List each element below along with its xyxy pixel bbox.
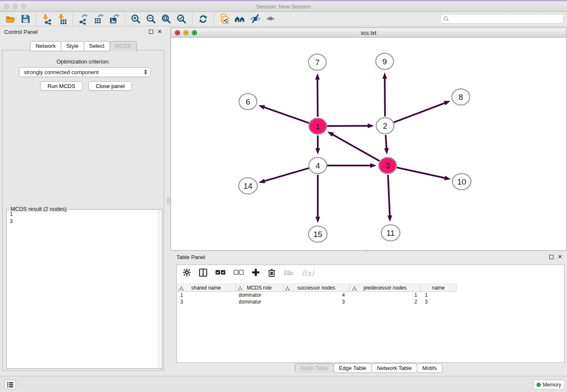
float-panel-icon[interactable] <box>149 30 153 34</box>
network-graph[interactable]: 7968124314101511 <box>171 38 566 250</box>
graph-edge-4-14[interactable] <box>264 168 308 181</box>
add-column-button[interactable] <box>252 268 260 278</box>
control-panel: Control Panel ✕ NetworkStyleSelectMCDS O… <box>0 26 166 376</box>
duplicate-network-button[interactable] <box>217 13 232 25</box>
graph-edge-1-2[interactable] <box>327 126 369 126</box>
table-cell[interactable]: 1 <box>177 292 236 298</box>
graph-edge-1-6[interactable] <box>264 107 309 123</box>
table-settings-button[interactable] <box>183 268 191 278</box>
graph-edge-3-1[interactable] <box>332 134 380 161</box>
tab-node-table[interactable]: Node Table <box>295 363 334 373</box>
graph-edge-2-3[interactable] <box>385 135 386 149</box>
table-row[interactable]: 3dominator323 <box>177 298 564 305</box>
table-row[interactable]: 1dominator411 <box>177 292 564 298</box>
table-cell[interactable]: 3 <box>283 298 350 305</box>
edge-arrowhead <box>259 179 265 183</box>
export-table-button[interactable] <box>91 13 107 25</box>
splitter-grip[interactable] <box>167 198 170 204</box>
table-cell[interactable]: 1 <box>421 292 457 298</box>
tab-network-table[interactable]: Network Table <box>372 363 417 373</box>
graph-node-1[interactable]: 1 <box>309 118 327 134</box>
task-history-button[interactable] <box>4 380 16 389</box>
apply-layout-button[interactable] <box>195 13 211 25</box>
close-panel-icon[interactable]: ✕ <box>157 30 162 34</box>
zoom-in-button[interactable] <box>128 13 143 25</box>
zoom-out-button[interactable] <box>143 13 159 25</box>
hide-graphics-details-button[interactable] <box>248 13 263 25</box>
tab-network[interactable]: Network <box>30 41 61 51</box>
graph-node-7[interactable]: 7 <box>308 54 326 70</box>
tab-motifs[interactable]: Motifs <box>417 363 443 373</box>
zoom-selected-button[interactable] <box>174 13 189 25</box>
graph-node-9[interactable]: 9 <box>376 53 394 69</box>
toolbar-separator <box>214 13 214 25</box>
graph-node-11[interactable]: 11 <box>381 225 400 241</box>
table-cell[interactable]: dominator <box>236 298 283 305</box>
result-item[interactable]: 1 <box>7 210 157 218</box>
graph-node-4[interactable]: 4 <box>309 157 327 174</box>
graph-node-2[interactable]: 2 <box>376 118 394 134</box>
graph-node-3[interactable]: 3 <box>379 157 396 174</box>
column-tree-icon <box>352 286 357 292</box>
table-cell[interactable]: 3 <box>421 298 457 305</box>
tab-mcds[interactable]: MCDS <box>110 41 137 51</box>
graph-edge-3-11[interactable] <box>388 175 390 216</box>
column-tree-icon <box>179 286 184 292</box>
toolbar-search[interactable] <box>440 14 564 24</box>
graph-node-8[interactable]: 8 <box>452 89 470 105</box>
float-table-panel-icon[interactable] <box>549 255 553 259</box>
graph-node-15[interactable]: 15 <box>308 226 327 242</box>
graph-edge-1-7[interactable] <box>317 79 318 117</box>
close-panel-button[interactable]: Close panel <box>88 81 132 91</box>
column-header-name[interactable]: name <box>421 284 457 291</box>
tab-select[interactable]: Select <box>84 41 110 51</box>
column-header-MCDS-role[interactable]: MCDS role <box>236 284 283 291</box>
graph-edge-2-9[interactable] <box>385 78 385 116</box>
vertical-splitter[interactable] <box>166 26 171 376</box>
open-file-button[interactable] <box>3 13 18 25</box>
tab-edge-table[interactable]: Edge Table <box>333 363 372 373</box>
table-cell[interactable]: 4 <box>283 292 350 298</box>
search-input[interactable] <box>451 16 563 22</box>
network-canvas[interactable]: 7968124314101511 <box>171 38 566 250</box>
run-mcds-button[interactable]: Run MCDS <box>40 81 83 91</box>
edge-arrowhead <box>384 148 389 155</box>
graph-edge-2-8[interactable] <box>394 103 446 122</box>
select-all-button[interactable] <box>215 270 226 276</box>
close-table-panel-icon[interactable]: ✕ <box>558 255 562 259</box>
table-cell[interactable]: dominator <box>236 292 283 298</box>
function-builder-button-disabled: f(x) <box>302 269 314 277</box>
export-image-button[interactable] <box>107 13 122 25</box>
table-cell[interactable]: 2 <box>350 298 421 305</box>
memory-button[interactable]: Memory <box>533 380 564 389</box>
export-network-button[interactable] <box>76 13 91 25</box>
import-network-button[interactable] <box>39 13 55 25</box>
tab-style[interactable]: Style <box>61 41 84 51</box>
node-label: 6 <box>246 97 250 106</box>
import-table-button[interactable] <box>55 13 70 25</box>
split-view-button[interactable] <box>199 268 207 278</box>
column-header-predecessor-nodes[interactable]: predecessor nodes <box>350 284 421 291</box>
edge-arrowhead <box>316 217 320 223</box>
deselect-all-button[interactable] <box>234 270 244 276</box>
network-window-titlebar[interactable]: × − + scc.txt <box>171 28 566 38</box>
network-overview-button[interactable] <box>232 13 248 25</box>
table-cell[interactable]: 3 <box>177 298 236 305</box>
graph-node-14[interactable]: 14 <box>239 178 257 194</box>
graph-node-6[interactable]: 6 <box>239 94 257 110</box>
result-item[interactable]: 3 <box>7 218 157 225</box>
window-title: Session: New Session <box>0 3 567 10</box>
delete-column-button[interactable] <box>268 268 275 278</box>
criterion-select[interactable]: strongly connected component <box>19 67 151 77</box>
column-header-shared-name[interactable]: shared name <box>177 284 236 291</box>
graph-node-10[interactable]: 10 <box>452 174 471 190</box>
node-label: 1 <box>316 122 320 131</box>
copy-network-icon <box>219 13 231 25</box>
graph-edge-3-10[interactable] <box>396 168 445 178</box>
save-session-button[interactable] <box>18 13 33 25</box>
zoom-fit-button[interactable] <box>159 13 174 25</box>
mcds-result-list[interactable]: 13 <box>7 210 157 368</box>
table-cell[interactable]: 1 <box>350 292 421 298</box>
column-header-successor-nodes[interactable]: successor nodes <box>283 284 350 291</box>
result-scrollbar[interactable] <box>158 210 162 368</box>
